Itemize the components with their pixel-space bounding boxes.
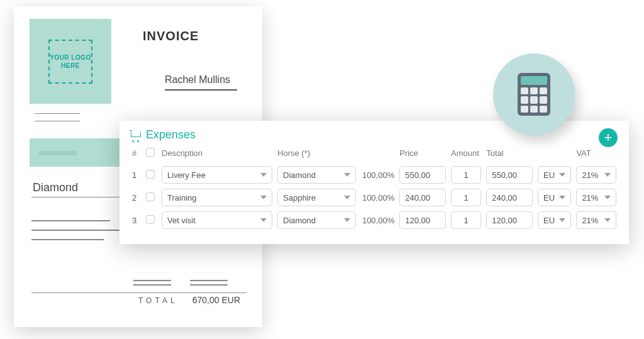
col-horse: Horse (*): [275, 145, 358, 164]
divider: [31, 197, 129, 197]
vat-select[interactable]: 21%: [576, 166, 616, 184]
description-select[interactable]: Training: [162, 189, 272, 206]
invoice-total-value: 670,00 EUR: [192, 295, 240, 305]
select-all-checkbox[interactable]: [146, 148, 155, 157]
description-select[interactable]: Livery Fee: [162, 166, 272, 184]
col-amount: Amount: [448, 145, 484, 164]
placeholder-line: [31, 239, 104, 240]
horse-select[interactable]: Diamond: [277, 166, 356, 184]
cart-icon: [130, 130, 142, 140]
placeholder-line: [31, 230, 129, 231]
invoice-customer-name: Rachel Mullins: [165, 74, 230, 86]
region-select[interactable]: EU: [538, 166, 571, 184]
price-input[interactable]: 120,00: [399, 211, 446, 229]
divider: [133, 284, 171, 286]
table-header-row: # Description Horse (*) Price Amount Tot…: [130, 145, 619, 164]
row-checkbox[interactable]: [146, 215, 155, 224]
table-row: 1 Livery Fee Diamond 100,00% 550,00 1 55…: [130, 164, 619, 186]
calculator-icon: [493, 53, 575, 135]
logo-placeholder-block: YOUR LOGO HERE: [30, 19, 111, 104]
row-checkbox[interactable]: [146, 170, 155, 179]
invoice-line-item-label: Diamond: [33, 181, 78, 194]
row-number: 1: [130, 164, 143, 186]
share-percent: 100,00%: [358, 209, 397, 231]
divider: [133, 280, 171, 281]
col-description: Description: [159, 145, 275, 164]
row-number: 3: [130, 209, 143, 231]
logo-placeholder-text: YOUR LOGO HERE: [50, 53, 91, 70]
total-input[interactable]: 240,00: [486, 189, 533, 206]
amount-input[interactable]: 1: [451, 211, 481, 229]
divider: [190, 284, 228, 286]
placeholder-line: [31, 220, 110, 221]
expenses-panel: Expenses + # Description Horse (*) Price…: [119, 121, 629, 244]
table-row: 3 Vet visit Diamond 100,00% 120,00 1 120…: [130, 209, 619, 231]
row-number: 2: [130, 186, 143, 209]
expenses-title: Expenses: [146, 128, 196, 142]
add-expense-button[interactable]: +: [599, 128, 618, 147]
divider: [190, 280, 228, 281]
logo-placeholder[interactable]: YOUR LOGO HERE: [48, 40, 92, 84]
divider: [35, 121, 80, 121]
divider: [31, 292, 247, 293]
divider: [35, 113, 80, 114]
invoice-total-label: TOTAL: [138, 296, 178, 305]
description-select[interactable]: Vet visit: [162, 211, 272, 229]
expenses-table: # Description Horse (*) Price Amount Tot…: [130, 145, 619, 231]
divider: [165, 89, 237, 91]
region-select[interactable]: EU: [538, 189, 571, 206]
vat-select[interactable]: 21%: [576, 211, 616, 229]
vat-select[interactable]: 21%: [576, 189, 616, 206]
total-input[interactable]: 120,00: [486, 211, 533, 229]
col-price: Price: [397, 145, 448, 164]
col-total: Total: [484, 145, 535, 164]
share-percent: 100,00%: [358, 164, 397, 186]
amount-input[interactable]: 1: [451, 166, 481, 184]
price-input[interactable]: 550,00: [399, 166, 446, 184]
horse-select[interactable]: Sapphire: [277, 189, 356, 206]
table-row: 2 Training Sapphire 100,00% 240,00 1 240…: [130, 186, 619, 209]
invoice-title: INVOICE: [143, 29, 199, 43]
share-percent: 100,00%: [358, 186, 397, 209]
placeholder-bar: [39, 151, 77, 155]
horse-select[interactable]: Diamond: [277, 211, 356, 229]
col-vat: VAT: [574, 145, 619, 164]
total-input[interactable]: 550,00: [486, 166, 533, 184]
amount-input[interactable]: 1: [451, 189, 481, 206]
price-input[interactable]: 240,00: [399, 189, 446, 206]
row-checkbox[interactable]: [146, 192, 155, 201]
region-select[interactable]: EU: [538, 211, 571, 229]
col-num: #: [130, 145, 143, 164]
